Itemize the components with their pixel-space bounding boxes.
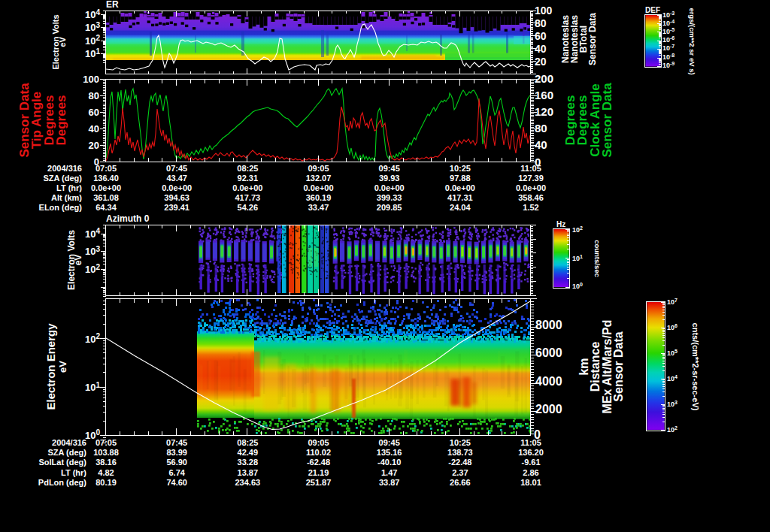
svg-text:2.37: 2.37	[452, 468, 468, 477]
svg-text:110.02: 110.02	[306, 448, 331, 457]
svg-text:26.66: 26.66	[450, 478, 471, 487]
svg-text:40: 40	[89, 123, 99, 135]
svg-text:11:05: 11:05	[520, 438, 541, 447]
svg-text:0.0e+00: 0.0e+00	[516, 183, 546, 192]
svg-text:417.31: 417.31	[447, 193, 473, 202]
svg-text:10-3: 10-3	[662, 11, 675, 19]
svg-text:Distance: Distance	[589, 342, 602, 392]
svg-text:eV: eV	[57, 361, 68, 373]
svg-text:56.90: 56.90	[166, 458, 187, 467]
svg-text:100: 100	[535, 5, 553, 17]
svg-text:120: 120	[535, 105, 553, 118]
svg-text:-9.61: -9.61	[521, 458, 540, 467]
svg-text:102: 102	[85, 34, 100, 47]
svg-text:10-8: 10-8	[662, 53, 675, 61]
svg-text:SolLat (deg): SolLat (deg)	[38, 458, 86, 467]
svg-text:0.0e+00: 0.0e+00	[374, 183, 405, 192]
svg-text:127.39: 127.39	[518, 174, 544, 183]
svg-text:10-4: 10-4	[662, 19, 675, 27]
svg-text:33.47: 33.47	[308, 203, 329, 212]
svg-text:10-6: 10-6	[662, 35, 675, 44]
svg-text:07:05: 07:05	[95, 164, 117, 173]
svg-text:92.31: 92.31	[238, 174, 259, 183]
svg-text:103: 103	[667, 400, 678, 408]
svg-text:239.41: 239.41	[164, 203, 189, 212]
svg-text:4000: 4000	[535, 375, 562, 388]
svg-text:LT (hr): LT (hr)	[61, 468, 86, 477]
svg-text:234.63: 234.63	[235, 478, 261, 487]
svg-text:SZA (deg): SZA (deg)	[47, 448, 86, 457]
svg-text:08:25: 08:25	[237, 438, 258, 447]
svg-text:Sensor Data: Sensor Data	[600, 83, 614, 158]
svg-text:102: 102	[572, 225, 583, 234]
svg-text:0.0e+00: 0.0e+00	[445, 183, 475, 192]
svg-text:138.73: 138.73	[447, 448, 473, 457]
svg-text:54.26: 54.26	[238, 203, 259, 212]
svg-text:39.93: 39.93	[379, 174, 400, 183]
svg-text:09:45: 09:45	[379, 164, 400, 173]
svg-text:60: 60	[535, 30, 547, 42]
svg-text:10:25: 10:25	[450, 164, 471, 173]
svg-text:-62.48: -62.48	[307, 458, 330, 467]
svg-text:135.16: 135.16	[377, 448, 402, 457]
svg-text:Degrees: Degrees	[54, 95, 68, 145]
svg-text:Alt (km): Alt (km)	[51, 193, 82, 202]
svg-text:10-5: 10-5	[662, 27, 675, 35]
svg-text:42.49: 42.49	[238, 448, 259, 457]
svg-text:80: 80	[89, 90, 99, 101]
svg-text:2004/316: 2004/316	[47, 164, 82, 173]
svg-text:1.47: 1.47	[381, 468, 397, 477]
svg-text:101: 101	[85, 47, 100, 60]
svg-text:104: 104	[85, 227, 100, 240]
svg-text:Hz: Hz	[556, 220, 565, 228]
svg-text:33.28: 33.28	[238, 458, 259, 467]
svg-text:24.04: 24.04	[450, 203, 471, 212]
svg-text:counts/sec: counts/sec	[593, 240, 602, 277]
svg-text:ELon (deg): ELon (deg)	[39, 203, 83, 212]
svg-text:74.60: 74.60	[166, 478, 187, 487]
svg-text:209.85: 209.85	[377, 203, 402, 212]
svg-text:6.74: 6.74	[168, 468, 185, 477]
svg-text:105: 105	[667, 349, 678, 357]
svg-text:cnts/(cm**2-sr-sec-eV): cnts/(cm**2-sr-sec-eV)	[691, 323, 700, 411]
svg-text:394.63: 394.63	[164, 193, 189, 202]
svg-text:361.08: 361.08	[93, 193, 119, 202]
svg-text:360.19: 360.19	[306, 193, 332, 202]
svg-text:80: 80	[535, 122, 547, 135]
svg-text:102: 102	[85, 263, 100, 276]
svg-text:07:45: 07:45	[166, 438, 187, 447]
svg-text:136.40: 136.40	[93, 174, 119, 183]
svg-text:09:45: 09:45	[379, 438, 400, 447]
svg-text:104: 104	[85, 8, 100, 21]
svg-text:20: 20	[89, 140, 99, 151]
svg-text:103: 103	[85, 245, 100, 258]
svg-text:1.52: 1.52	[523, 203, 538, 212]
svg-text:132.07: 132.07	[306, 174, 332, 183]
svg-text:160: 160	[535, 89, 553, 101]
svg-text:100: 100	[572, 282, 583, 290]
svg-text:-40.10: -40.10	[377, 458, 401, 467]
svg-text:ER: ER	[106, 0, 119, 10]
svg-text:101: 101	[572, 254, 583, 262]
svg-text:2000: 2000	[535, 403, 562, 416]
svg-text:60: 60	[89, 107, 99, 118]
svg-text:417.73: 417.73	[235, 193, 261, 202]
svg-text:MEx Alt/Mars/Pd: MEx Alt/Mars/Pd	[601, 320, 614, 414]
svg-text:358.46: 358.46	[518, 193, 544, 202]
svg-text:103: 103	[85, 21, 100, 34]
svg-text:eV: eV	[73, 255, 83, 266]
svg-text:64.34: 64.34	[95, 203, 117, 212]
svg-text:80: 80	[535, 17, 547, 29]
svg-text:-22.48: -22.48	[448, 458, 471, 467]
svg-text:104: 104	[667, 374, 678, 382]
svg-text:08:25: 08:25	[237, 164, 258, 173]
svg-text:21.19: 21.19	[308, 468, 329, 477]
svg-text:106: 106	[667, 323, 678, 331]
svg-text:eV: eV	[58, 37, 67, 47]
svg-text:0.0e+00: 0.0e+00	[232, 183, 262, 192]
svg-text:83.99: 83.99	[166, 448, 187, 457]
svg-text:0.0e+00: 0.0e+00	[91, 183, 121, 192]
svg-text:07:05: 07:05	[95, 438, 117, 447]
svg-text:DEF: DEF	[645, 6, 660, 14]
svg-text:43.47: 43.47	[166, 174, 187, 183]
